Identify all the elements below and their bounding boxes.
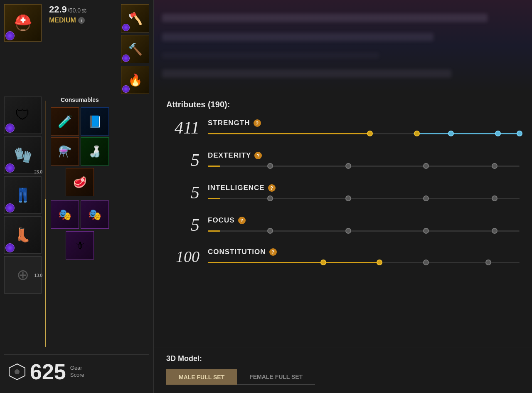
dexterity-dot-1[interactable] — [267, 163, 273, 169]
gear-score-label: Gear Score — [70, 365, 84, 379]
strength-dot-2[interactable] — [414, 131, 420, 136]
intelligence-dot-2[interactable] — [345, 195, 351, 201]
strength-right: STRENGTH ? — [208, 119, 520, 136]
consumable-book[interactable]: 📘 — [81, 107, 109, 136]
strength-dot-5[interactable] — [517, 131, 522, 136]
constitution-help[interactable]: ? — [269, 248, 277, 256]
intelligence-right: INTELLIGENCE ? — [208, 184, 520, 201]
strength-slider[interactable] — [208, 131, 520, 136]
strength-value: 411 — [166, 118, 200, 138]
intelligence-help[interactable]: ? — [268, 184, 276, 192]
strength-fill-yellow — [208, 133, 370, 134]
constitution-dot-1[interactable] — [320, 260, 326, 265]
weapon1-slot[interactable]: 🪓 — [121, 4, 149, 32]
attributes-title: Attributes (190): — [166, 100, 520, 109]
model-title: 3D Model: — [166, 354, 520, 363]
constitution-slider[interactable] — [208, 260, 520, 265]
weight-bar-fill — [45, 199, 46, 347]
focus-name-row: FOCUS ? — [208, 216, 520, 225]
strength-help[interactable]: ? — [254, 119, 261, 127]
intelligence-name: INTELLIGENCE — [208, 184, 265, 192]
weight-info-icon[interactable]: i — [78, 17, 85, 24]
intelligence-dot-1[interactable] — [267, 195, 273, 201]
tab-male-full-set[interactable]: MALE FULL SET — [166, 369, 237, 385]
pants-slot[interactable]: 👖 — [4, 176, 42, 214]
constitution-right: CONSTITUTION ? — [208, 248, 520, 265]
consumable-gear[interactable]: ⚗️ — [51, 137, 79, 166]
blur-row-2 — [162, 33, 433, 41]
special-slot1[interactable]: 🎭 — [51, 200, 79, 229]
pants-gem — [5, 203, 15, 213]
weapons-column: 🪓 🔨 🔥 — [121, 4, 149, 94]
chest-slot[interactable]: 🛡 — [4, 96, 42, 134]
focus-row: 5 FOCUS ? — [166, 215, 520, 235]
strength-dot-3[interactable] — [448, 131, 454, 136]
helmet-slot[interactable]: ⛑️ — [4, 4, 42, 42]
weight-marker-bottom: 13.0 — [34, 273, 42, 278]
strength-row: 411 STRENGTH ? — [166, 118, 520, 138]
focus-name: FOCUS — [208, 216, 235, 225]
strength-track — [208, 133, 520, 134]
dexterity-slider[interactable] — [208, 163, 520, 169]
weapon1-gem — [122, 24, 130, 31]
strength-fill-blue — [414, 133, 520, 134]
weight-max: /50.0 — [68, 7, 81, 14]
strength-dot-4[interactable] — [495, 131, 501, 136]
hexagon-svg — [8, 363, 26, 381]
focus-fill — [208, 230, 220, 232]
svg-point-1 — [15, 369, 20, 374]
constitution-dot-3[interactable] — [423, 260, 429, 265]
blurred-content — [154, 0, 532, 91]
weight-marker-top: 23.0 — [34, 170, 42, 174]
consumable-green[interactable]: 🍶 — [81, 137, 109, 166]
intelligence-row: 5 INTELLIGENCE ? — [166, 183, 520, 203]
dexterity-help[interactable]: ? — [254, 152, 262, 159]
strength-name-row: STRENGTH ? — [208, 119, 520, 127]
focus-dot-4[interactable] — [492, 228, 498, 234]
weapon3-gem — [122, 85, 130, 93]
consumable-food[interactable]: 🥩 — [66, 168, 94, 196]
consumable-healing[interactable]: 🧪 — [51, 107, 79, 136]
boots-slot[interactable]: 👢 — [4, 216, 42, 254]
special-slot2[interactable]: 🎭 — [81, 200, 109, 229]
focus-dot-3[interactable] — [423, 228, 429, 234]
dexterity-dot-3[interactable] — [423, 163, 429, 169]
strength-dot-1[interactable] — [367, 131, 373, 136]
dexterity-fill — [208, 166, 220, 167]
constitution-row: 100 CONSTITUTION ? — [166, 247, 520, 266]
focus-help[interactable]: ? — [238, 217, 246, 224]
model-section: 3D Model: MALE FULL SET FEMALE FULL SET — [154, 348, 532, 393]
dexterity-name: DEXTERITY — [208, 151, 251, 160]
focus-right: FOCUS ? — [208, 216, 520, 234]
focus-slider[interactable] — [208, 228, 520, 234]
model-tabs: MALE FULL SET FEMALE FULL SET — [166, 369, 520, 385]
tab-female-full-set[interactable]: FEMALE FULL SET — [237, 369, 315, 385]
equipment-slots: 🛡 🧤 👖 👢 ⊕ 23.0 — [4, 96, 42, 351]
intelligence-value: 5 — [166, 183, 200, 203]
constitution-dot-2[interactable] — [377, 260, 382, 265]
special-slot3[interactable]: 🗡 — [66, 231, 94, 260]
constitution-dot-4[interactable] — [485, 260, 491, 265]
gloves-slot[interactable]: 🧤 — [4, 136, 42, 174]
focus-dot-2[interactable] — [345, 228, 351, 234]
dexterity-dot-4[interactable] — [492, 163, 498, 169]
attributes-section: Attributes (190): 411 STRENGTH ? — [154, 91, 532, 348]
intelligence-slider[interactable] — [208, 195, 520, 201]
chest-gem — [5, 124, 15, 133]
dexterity-dot-2[interactable] — [345, 163, 351, 169]
weapon2-slot[interactable]: 🔨 — [121, 35, 149, 63]
gem-badge — [5, 31, 15, 40]
left-panel: ⛑️ 22.9 /50.0 ⚖ MEDIUM i 🪓 🔨 — [0, 0, 154, 393]
constitution-fill — [208, 262, 379, 263]
dexterity-name-row: DEXTERITY ? — [208, 151, 520, 160]
weapon3-slot[interactable]: 🔥 — [121, 66, 149, 94]
intelligence-dot-4[interactable] — [492, 195, 498, 201]
focus-dot-1[interactable] — [267, 228, 273, 234]
consumable-gear-icon: ⚗️ — [58, 145, 71, 158]
special-slots-grid: 🎭 🎭 — [51, 200, 109, 229]
weight-icon: ⚖ — [81, 7, 87, 14]
special-slot3-icon: 🗡 — [75, 240, 85, 251]
intelligence-dot-3[interactable] — [423, 195, 429, 201]
strength-name: STRENGTH — [208, 119, 250, 127]
intelligence-fill — [208, 198, 220, 199]
